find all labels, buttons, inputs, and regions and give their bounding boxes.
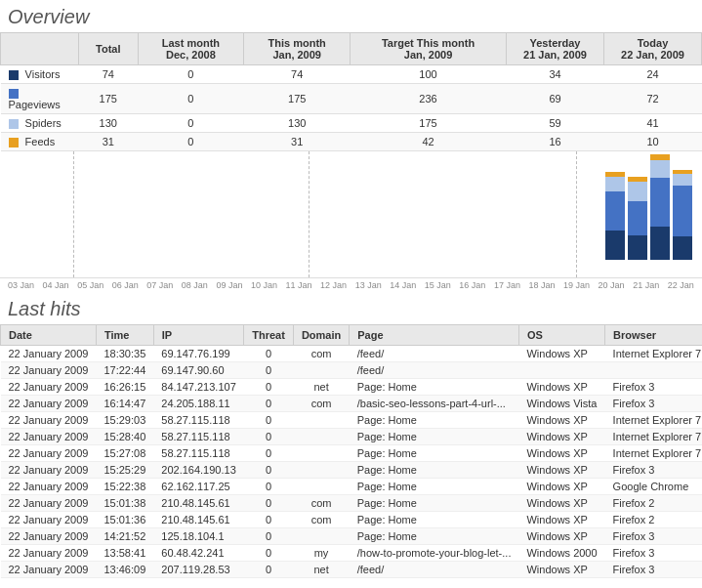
hits-cell: Windows XP bbox=[518, 562, 604, 578]
hits-cell: 22 January 2009 bbox=[1, 495, 97, 512]
metric-this-month: 31 bbox=[244, 133, 351, 151]
hits-cell: Page: Home bbox=[350, 512, 519, 528]
metric-label: Spiders bbox=[1, 114, 79, 133]
hits-cell: 58.27.115.118 bbox=[153, 445, 243, 462]
overview-row: Pageviews 175 0 175 236 69 72 bbox=[1, 84, 702, 114]
hits-cell: Google Chrome bbox=[605, 479, 702, 495]
hits-table-row: 22 January 200915:01:38210.48.145.610com… bbox=[1, 495, 703, 512]
metric-last-month: 0 bbox=[138, 84, 244, 114]
hits-cell bbox=[293, 445, 349, 462]
hits-cell: Windows XP bbox=[518, 429, 604, 445]
hits-cell: 0 bbox=[244, 562, 294, 578]
hits-col-header: Domain bbox=[293, 325, 349, 346]
hits-cell: 13:58:41 bbox=[96, 545, 153, 562]
hits-cell: 17:22:44 bbox=[96, 362, 153, 379]
hits-cell: 15:01:36 bbox=[96, 512, 153, 528]
hits-cell: Windows XP bbox=[518, 346, 604, 362]
hits-col-header: Page bbox=[350, 325, 519, 346]
hits-cell: Windows XP bbox=[518, 445, 604, 462]
hits-table-row: 22 January 200915:28:4058.27.115.1180Pag… bbox=[1, 429, 703, 445]
hits-col-header: Date bbox=[1, 325, 97, 346]
hits-cell: Windows 2000 bbox=[518, 545, 604, 562]
hits-cell: 14:21:52 bbox=[96, 528, 153, 545]
hits-cell: 22 January 2009 bbox=[1, 528, 97, 545]
hits-cell: Page: Home bbox=[350, 379, 519, 396]
hits-cell: 125.18.104.1 bbox=[153, 528, 243, 545]
chart-date-label: 17 Jan bbox=[494, 280, 520, 290]
hits-cell: 15:28:40 bbox=[96, 429, 153, 445]
hits-cell: 0 bbox=[244, 429, 294, 445]
metric-total: 130 bbox=[79, 114, 139, 133]
hits-cell: Windows XP bbox=[518, 379, 604, 396]
metric-today: 24 bbox=[604, 65, 702, 84]
hits-cell: 15:22:38 bbox=[96, 479, 153, 495]
hits-table-row: 22 January 200913:58:4160.48.42.2410my/h… bbox=[1, 545, 703, 562]
hits-table-row: 22 January 200916:14:4724.205.188.110com… bbox=[1, 396, 703, 412]
metric-total: 175 bbox=[79, 84, 139, 114]
hits-cell bbox=[293, 528, 349, 545]
metric-total: 74 bbox=[79, 65, 139, 84]
hits-cell bbox=[518, 362, 604, 379]
hits-cell: 58.27.115.118 bbox=[153, 429, 243, 445]
metric-target: 236 bbox=[351, 84, 507, 114]
col-yesterday: Yesterday 21 Jan, 2009 bbox=[507, 33, 604, 65]
hits-cell: Page: Home bbox=[350, 528, 519, 545]
hits-cell bbox=[293, 462, 349, 479]
hits-cell: /how-to-promote-your-blog-let-... bbox=[350, 545, 519, 562]
col-today: Today 22 Jan, 2009 bbox=[604, 33, 702, 65]
hits-cell: com bbox=[293, 495, 349, 512]
hits-cell: 202.164.190.13 bbox=[153, 462, 243, 479]
hits-cell: Firefox 2 bbox=[605, 512, 702, 528]
hits-cell: com bbox=[293, 346, 349, 362]
hits-cell: 22 January 2009 bbox=[1, 545, 97, 562]
chart-date-label: 19 Jan bbox=[563, 280, 590, 290]
hits-table-row: 22 January 200915:22:3862.162.117.250Pag… bbox=[1, 479, 703, 495]
hits-cell: Firefox 3 bbox=[605, 528, 702, 545]
hits-cell: Firefox 3 bbox=[605, 545, 702, 562]
bar-chart bbox=[605, 154, 692, 260]
metric-last-month: 0 bbox=[138, 114, 244, 133]
hits-cell: 0 bbox=[244, 379, 294, 396]
overview-row: Feeds 31 0 31 42 16 10 bbox=[1, 133, 702, 151]
metric-this-month: 130 bbox=[244, 114, 351, 133]
hits-cell: Windows Vista bbox=[518, 396, 604, 412]
hits-col-header: Threat bbox=[244, 325, 294, 346]
hits-cell bbox=[293, 362, 349, 379]
metric-yesterday: 69 bbox=[507, 84, 604, 114]
hits-cell: /basic-seo-lessons-part-4-url-... bbox=[350, 396, 519, 412]
hits-cell: 207.119.28.53 bbox=[153, 562, 243, 578]
chart-date-label: 20 Jan bbox=[599, 280, 625, 290]
hits-col-header: Time bbox=[96, 325, 153, 346]
hits-cell: Firefox 3 bbox=[605, 562, 702, 578]
hits-cell: com bbox=[293, 396, 349, 412]
metric-color-dot bbox=[9, 138, 19, 147]
hits-cell: /feed/ bbox=[350, 346, 519, 362]
hits-cell: 22 January 2009 bbox=[1, 479, 97, 495]
hits-col-header: IP bbox=[153, 325, 243, 346]
hits-cell: net bbox=[293, 562, 349, 578]
hits-cell: 16:14:47 bbox=[96, 396, 153, 412]
col-target: Target This month Jan, 2009 bbox=[351, 33, 507, 65]
hits-cell: 210.48.145.61 bbox=[153, 512, 243, 528]
chart-date-label: 21 Jan bbox=[633, 280, 659, 290]
metric-total: 31 bbox=[79, 133, 139, 151]
chart-date-label: 16 Jan bbox=[459, 280, 485, 290]
chart-date-label: 05 Jan bbox=[77, 280, 103, 290]
hits-cell: 22 January 2009 bbox=[1, 396, 97, 412]
hits-cell: 0 bbox=[244, 362, 294, 379]
hits-cell: net bbox=[293, 379, 349, 396]
hits-cell: 0 bbox=[244, 512, 294, 528]
hits-cell: 22 January 2009 bbox=[1, 362, 97, 379]
metric-target: 175 bbox=[351, 114, 507, 133]
hits-cell: Windows XP bbox=[518, 479, 604, 495]
hits-col-header: Browser bbox=[605, 325, 702, 346]
hits-cell: Firefox 2 bbox=[605, 495, 702, 512]
chart-date-label: 03 Jan bbox=[8, 280, 34, 290]
hits-cell: 13:46:09 bbox=[96, 562, 153, 578]
hits-cell: 22 January 2009 bbox=[1, 379, 97, 396]
hits-cell: 0 bbox=[244, 495, 294, 512]
col-last-month: Last month Dec, 2008 bbox=[138, 33, 244, 65]
hits-cell: Windows XP bbox=[518, 462, 604, 479]
hits-cell: 0 bbox=[244, 412, 294, 429]
hits-cell: 0 bbox=[244, 528, 294, 545]
